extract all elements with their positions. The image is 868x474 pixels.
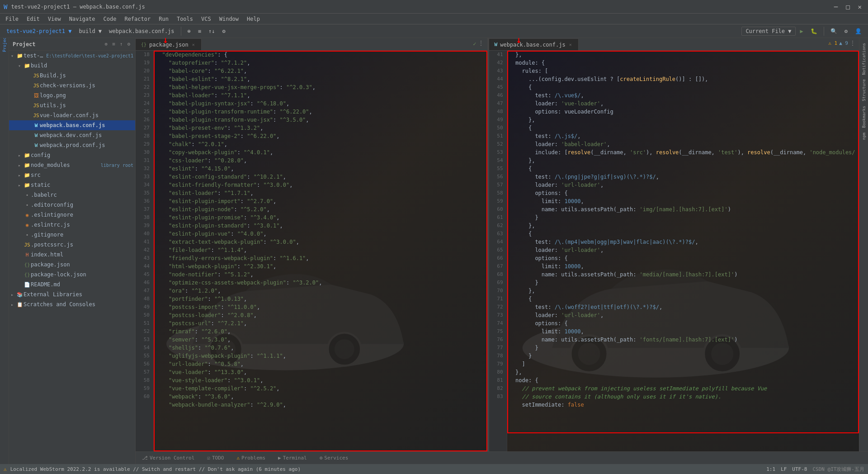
version-control-label: Version Control: [150, 455, 194, 461]
sidebar-icon-1[interactable]: ⊕: [104, 41, 109, 47]
code-line-35: "eslint-loader": "^1.7.1",: [156, 189, 486, 197]
left-tab-packagejson[interactable]: {} package.json ✕: [136, 38, 202, 50]
right-code-content[interactable]: }, module: { rules: [ ...(config.dev.use…: [507, 51, 859, 451]
encoding-display[interactable]: UTF-8: [792, 466, 807, 472]
toolbar-btn-4[interactable]: ⚙: [220, 27, 228, 35]
sidebar-item-static[interactable]: ▸ 📁 static: [9, 180, 135, 190]
notifications-icon[interactable]: Notifications: [860, 42, 868, 76]
sidebar-item-config[interactable]: ▸ 📁 config: [9, 150, 135, 160]
toolbar-btn-1[interactable]: ⊕: [185, 27, 193, 35]
r-code-50: {: [509, 124, 857, 132]
r-gutter-45: 45: [489, 83, 507, 91]
toolbar-btn-2[interactable]: ≡: [195, 27, 204, 35]
right-pane-more-icon[interactable]: ⋮: [850, 40, 855, 46]
editor-split: {} package.json ✕ ↓ ⋮ ✓: [136, 38, 868, 451]
r-gutter-80: 80: [489, 368, 507, 376]
project-dropdown[interactable]: test-vue2-project1 ▼: [4, 27, 75, 35]
sidebar-item-src[interactable]: ▸ 📁 src: [9, 170, 135, 180]
settings-button[interactable]: ⚙: [842, 27, 850, 35]
sidebar-item-checkversions[interactable]: JS check-versions.js: [9, 81, 135, 90]
code-line-39: "eslint-plugin-standard": "^3.0.1",: [156, 222, 486, 230]
tab-close-webpackbase[interactable]: ✕: [568, 42, 573, 47]
checkmark-icon: ✓: [473, 41, 476, 47]
scratches-icon: 📋: [16, 302, 24, 308]
tab-close-packagejson[interactable]: ✕: [191, 42, 196, 47]
minimize-button[interactable]: ─: [831, 2, 840, 11]
menu-help[interactable]: Help: [243, 15, 264, 23]
sidebar-item-vueloader[interactable]: JS vue-loader.conf.js: [9, 110, 135, 120]
maximize-button[interactable]: □: [843, 2, 852, 11]
tab-version-control[interactable]: ⎇ Version Control: [139, 453, 197, 463]
utils-label: utils.js: [40, 102, 133, 109]
line-ending-display[interactable]: LF: [781, 466, 787, 472]
sidebar-item-buildjs[interactable]: JS Build.js: [9, 71, 135, 81]
sidebar-icon-4[interactable]: ⚙: [126, 41, 132, 47]
toolbar-btn-3[interactable]: ↑↓: [206, 27, 217, 35]
file-breadcrumb[interactable]: webpack.base.conf.js: [106, 27, 177, 35]
menu-code[interactable]: Code: [100, 15, 120, 23]
sidebar-item-editorconfig[interactable]: • .editorconfig: [9, 200, 135, 210]
sidebar-item-build[interactable]: ▾ 📁 build: [9, 61, 135, 71]
sidebar-item-packagelockjson[interactable]: {} package-lock.json: [9, 270, 135, 280]
r-code-63: {: [509, 230, 857, 238]
sidebar-icon-3[interactable]: ↑: [118, 41, 124, 47]
sidebar-item-webpackdev[interactable]: W webpack.dev.conf.js: [9, 130, 135, 140]
left-code-content[interactable]: "devDependencies": { "autoprefixer": "^7…: [154, 51, 487, 451]
debug-button[interactable]: 🐛: [808, 27, 820, 35]
author-watermark: CSDN @IT攻城狮-五月: [812, 466, 864, 473]
gutter-line-18: 18: [136, 51, 153, 59]
menu-view[interactable]: View: [44, 15, 65, 23]
code-line-23: "babel-loader": "^7.1.1",: [156, 91, 486, 100]
npm-icon[interactable]: npm: [860, 131, 868, 141]
project-tool-icon[interactable]: Project: [0, 40, 9, 47]
right-tab-webpackbase[interactable]: W webpack.base.conf.js ✕: [489, 38, 579, 50]
sidebar-item-packagejson[interactable]: {} package.json: [9, 260, 135, 270]
left-pane-more[interactable]: ⋮: [478, 40, 484, 46]
tab-services[interactable]: ⚙ Services: [317, 453, 351, 463]
menu-navigate[interactable]: Navigate: [66, 15, 99, 23]
gutter-line-55: 55: [136, 352, 153, 360]
sidebar-item-readme[interactable]: 📄 README.md: [9, 280, 135, 289]
toolbar-sep2: [824, 27, 824, 36]
menu-file[interactable]: File: [2, 15, 22, 23]
bookmarks-icon[interactable]: Bookmarks: [860, 104, 868, 129]
tab-problems[interactable]: ⚠ Problems: [234, 453, 268, 463]
sidebar-item-utils[interactable]: JS utils.js: [9, 100, 135, 110]
run-config-dropdown[interactable]: Current File ▼: [741, 27, 795, 36]
r-gutter-42: 42: [489, 59, 507, 67]
sidebar-item-indexhtml[interactable]: H index.html: [9, 250, 135, 260]
sidebar-item-scratches[interactable]: ▸ 📋 Scratches and Consoles: [9, 299, 135, 309]
sidebar-item-eslintignore[interactable]: ◉ .eslintignore: [9, 210, 135, 220]
red-arrow-left: ↓: [163, 38, 168, 45]
left-pane-gear-icon[interactable]: ⋮: [478, 40, 484, 46]
sidebar-item-webpackbase[interactable]: W webpack.base.conf.js: [9, 120, 135, 130]
build-dropdown[interactable]: build ▼: [76, 27, 105, 35]
r-code-55: {: [509, 165, 857, 173]
sidebar-item-root[interactable]: ▾ 📁 test-vue2-project1 E:\testFolder\tes…: [9, 51, 135, 61]
sidebar-item-webpackprod[interactable]: W webpack.prod.conf.js: [9, 140, 135, 150]
sidebar-item-extlibs[interactable]: ▸ 📚 External Libraries: [9, 289, 135, 299]
status-message[interactable]: Localized WebStorm 2022.2.2 is available…: [10, 466, 301, 472]
sidebar-item-eslintrc[interactable]: ◉ .eslintrc.js: [9, 220, 135, 230]
tab-todo[interactable]: ☑ TODO: [204, 453, 226, 463]
code-line-27: "babel-preset-env": "^1.3.2",: [156, 124, 486, 132]
search-everywhere-button[interactable]: 🔍: [828, 27, 840, 35]
menu-run[interactable]: Run: [155, 15, 172, 23]
sidebar-item-gitignore[interactable]: • .gitignore: [9, 230, 135, 240]
sidebar-item-nodemodules[interactable]: ▸ 📁 node_modules library root: [9, 160, 135, 170]
sidebar-icon-2[interactable]: ≡: [111, 41, 117, 47]
run-button[interactable]: ▶: [797, 27, 806, 35]
code-line-36: "eslint-plugin-import": "^2.7.0",: [156, 197, 486, 205]
menu-vcs[interactable]: VCS: [198, 15, 215, 23]
sidebar-item-babelrc[interactable]: • .babelrc: [9, 190, 135, 200]
close-button[interactable]: ✕: [855, 2, 864, 11]
menu-tools[interactable]: Tools: [173, 15, 197, 23]
structure-icon[interactable]: Structure: [860, 78, 868, 103]
menu-window[interactable]: Window: [216, 15, 242, 23]
menu-edit[interactable]: Edit: [23, 15, 43, 23]
user-button[interactable]: 👤: [852, 27, 864, 35]
sidebar-item-postcssrc[interactable]: JS .postcssrc.js: [9, 240, 135, 250]
sidebar-item-logo[interactable]: 🖼 logo.png: [9, 90, 135, 100]
tab-terminal[interactable]: ▶ Terminal: [275, 453, 310, 463]
menu-refactor[interactable]: Refactor: [121, 15, 154, 23]
